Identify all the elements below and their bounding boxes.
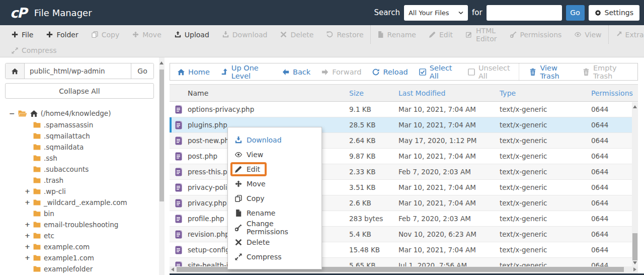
search-scope-select[interactable]: All Your Files (404, 5, 468, 21)
toolbar-button[interactable]: Rename (370, 25, 423, 44)
toolbar-button[interactable]: Upload (168, 25, 216, 44)
toolbar-button[interactable]: Folder (40, 25, 85, 44)
file-modified: Mar 10, 2021, 7:04 AM (398, 199, 500, 207)
toolbar-button[interactable]: Delete (274, 25, 320, 44)
tree-folder-item[interactable]: bin (5, 208, 154, 219)
tree-folder-item[interactable]: .spamassassin (5, 119, 154, 130)
file-modified: Feb 7, 2020, 2:03 AM (398, 215, 500, 223)
expand-toggle[interactable]: + (25, 243, 30, 250)
nav-button[interactable]: View Trash (519, 63, 577, 80)
toolbar-button-label: View (585, 31, 601, 39)
column-header-name[interactable]: Name (188, 89, 349, 97)
nav-button[interactable]: Select All (414, 63, 462, 80)
sidebar-scrollbar-thumb[interactable] (159, 70, 164, 201)
toolbar-button[interactable]: View (568, 25, 608, 44)
toolbar-button-label: File (22, 31, 33, 39)
toolbar-button[interactable]: Compress (5, 44, 63, 57)
context-menu-item[interactable]: Download (228, 132, 321, 147)
tree-folder-item[interactable]: .ssh (5, 153, 154, 164)
tree-folder-item[interactable]: + _wildcard_.example.com (5, 197, 154, 208)
toolbar-button-icon (510, 31, 517, 38)
toolbar-button[interactable]: Permissions (504, 25, 569, 44)
expand-toggle[interactable]: + (25, 198, 30, 206)
table-vertical-scrollbar[interactable] (632, 102, 638, 266)
nav-button-icon (221, 68, 228, 76)
tree-folder-item[interactable]: .subaccounts (5, 164, 154, 175)
brand: cP File Manager (0, 5, 92, 21)
context-menu-item[interactable]: Change Permissions (228, 220, 321, 235)
file-permissions: 0644 (591, 168, 638, 176)
scroll-up-arrow[interactable] (633, 105, 637, 108)
expand-toggle[interactable]: + (25, 221, 30, 228)
toolbar-button[interactable]: File (5, 25, 40, 44)
folder-icon (33, 166, 41, 172)
expand-toggle[interactable]: + (25, 187, 30, 195)
toolbar-button[interactable]: Edit (423, 25, 459, 44)
file-permissions: 0644 (591, 136, 638, 145)
tree-folder-item[interactable]: .trash (5, 175, 154, 186)
path-input[interactable] (25, 63, 131, 79)
collapse-all-button[interactable]: Collapse All (5, 83, 154, 99)
context-menu-item-inner: Change Permissions (235, 220, 314, 236)
column-header-type[interactable]: Type (500, 89, 591, 97)
tree-folder-item[interactable]: + email-troubleshooting (5, 219, 154, 230)
search-input[interactable] (487, 5, 562, 21)
vertical-scrollbar-thumb[interactable] (632, 233, 637, 260)
context-menu-item[interactable]: Edit (228, 162, 321, 176)
search-go-button[interactable]: Go (566, 5, 585, 21)
tree-folder-item[interactable]: + etc (5, 230, 154, 241)
settings-label: Settings (605, 9, 633, 17)
toolbar-button[interactable]: HTML Editor (459, 25, 503, 44)
nav-button[interactable]: Back (277, 63, 316, 80)
context-menu-item[interactable]: Rename (228, 205, 321, 220)
file-type: text/x-generic (500, 168, 591, 176)
file-permissions: 0644 (591, 105, 638, 113)
toolbar-button[interactable]: Download (216, 25, 274, 44)
home-path-button[interactable] (6, 63, 25, 79)
folder-icon (33, 199, 41, 205)
toolbar-button[interactable]: Extract (608, 25, 644, 44)
sidebar-scrollbar[interactable] (159, 57, 165, 275)
context-menu-item[interactable]: Copy (228, 191, 321, 205)
context-menu-item[interactable]: View (228, 147, 321, 162)
tree-folder-label: .spamassassin (44, 121, 93, 129)
scroll-down-arrow[interactable] (633, 261, 637, 264)
toolbar-button-label: Permissions (520, 31, 562, 39)
expand-toggle[interactable]: + (25, 232, 30, 239)
file-permissions: 0644 (591, 230, 638, 238)
toolbar-button[interactable]: Copy (85, 25, 126, 44)
tree-folder-item[interactable]: .sqmailattach (5, 130, 154, 142)
toolbar-button[interactable]: Restore (320, 25, 370, 44)
column-header-size[interactable]: Size (349, 89, 398, 97)
table-row[interactable]: options-privacy.php 9.1 KB Mar 10, 2021,… (170, 102, 638, 117)
nav-button[interactable]: Forward (316, 63, 367, 80)
toolbar-button[interactable]: Move (126, 25, 168, 44)
scroll-right-arrow[interactable] (633, 267, 636, 271)
nav-button-label: Back (293, 68, 310, 76)
column-header-permissions[interactable]: Permissions (591, 89, 638, 97)
settings-button[interactable]: Settings (589, 5, 639, 21)
expand-toggle[interactable]: + (25, 254, 30, 261)
nav-button[interactable]: Empty Trash (577, 63, 635, 80)
tree-root-folder[interactable]: − (/home4/knowledge) (5, 107, 154, 119)
toolbar-button-icon (92, 31, 98, 38)
context-menu-item[interactable]: Move (228, 176, 321, 191)
tree-folder-item[interactable]: examplefolder (5, 263, 154, 274)
context-menu-item[interactable]: Compress (228, 249, 321, 264)
context-menu-item[interactable]: Delete (228, 235, 321, 249)
column-header-modified[interactable]: Last Modified (398, 89, 500, 97)
tree-folder-item[interactable]: + example.com (5, 241, 154, 252)
scroll-left-arrow[interactable] (171, 267, 174, 271)
nav-button[interactable]: Up One Level (215, 63, 277, 80)
nav-button[interactable]: Reload (367, 63, 413, 80)
collapse-toggle[interactable]: − (9, 109, 15, 117)
nav-button[interactable]: Home (172, 63, 215, 80)
path-go-button[interactable]: Go (131, 63, 153, 79)
tree-folder-item[interactable]: + .wp-cli (5, 186, 154, 197)
scroll-up-arrow[interactable] (159, 61, 164, 64)
toolbar-button-label: Restore (337, 31, 363, 39)
tree-folder-item[interactable]: + example1.com (5, 252, 154, 263)
tree-folder-item[interactable]: .sqmaildata (5, 142, 154, 153)
file-icon (175, 152, 182, 161)
nav-button[interactable]: Unselect All (462, 63, 519, 80)
